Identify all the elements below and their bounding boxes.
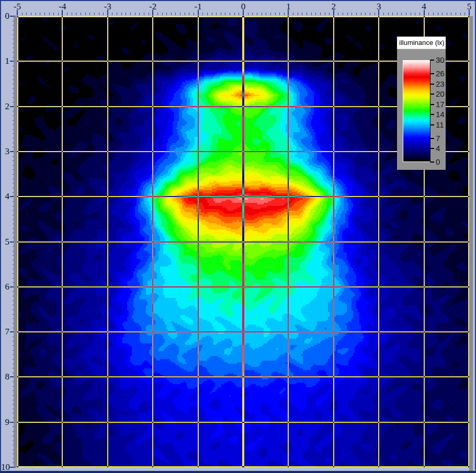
- legend-tick-label: 7: [436, 135, 440, 142]
- y-axis-tick-label: 1: [1, 57, 9, 65]
- x-axis-minor-tick: [401, 13, 402, 15]
- legend-tick-label: 4: [436, 145, 440, 152]
- legend-tick-label: 23: [436, 80, 445, 88]
- x-axis-minor-tick: [81, 13, 81, 15]
- x-axis-minor-tick: [36, 13, 36, 15]
- x-axis-minor-tick: [58, 13, 59, 15]
- x-axis-minor-tick: [234, 13, 235, 15]
- x-axis-minor-tick: [49, 13, 50, 15]
- x-axis-minor-tick: [456, 13, 456, 15]
- x-axis-minor-tick: [383, 13, 384, 15]
- legend-panel[interactable]: illuminance (lx) 30262320171411740: [397, 37, 446, 170]
- x-axis-minor-tick: [144, 13, 144, 15]
- x-axis-minor-tick: [239, 13, 239, 15]
- legend-tick-label: 20: [436, 90, 445, 98]
- x-axis-minor-tick: [428, 13, 429, 15]
- x-axis-minor-tick: [89, 13, 90, 15]
- x-axis-minor-tick: [464, 13, 465, 15]
- x-axis-tick-label: -5: [8, 2, 26, 11]
- legend-tick: [430, 73, 434, 74]
- right-edge-strip: [469, 16, 473, 473]
- x-axis-minor-tick: [225, 13, 225, 15]
- legend-tick-label: 0: [436, 158, 440, 166]
- x-axis-minor-tick: [438, 13, 438, 15]
- x-axis-minor-tick: [189, 13, 189, 15]
- y-axis-tick-label: 2: [1, 102, 9, 111]
- x-axis-minor-tick: [252, 13, 253, 15]
- x-axis-minor-tick: [329, 13, 330, 15]
- legend-tick: [430, 148, 434, 149]
- x-axis-minor-tick: [221, 13, 221, 15]
- x-axis-minor-tick: [126, 13, 126, 15]
- plot-area: illuminance (lx) 30262320171411740: [17, 16, 469, 467]
- legend-tick: [430, 104, 434, 105]
- legend-tick: [430, 60, 434, 61]
- x-axis-minor-tick: [40, 13, 40, 15]
- x-axis-minor-tick: [185, 13, 185, 15]
- x-axis-minor-tick: [212, 13, 212, 15]
- legend-colorbar-axis: [430, 60, 430, 163]
- legend-tick-label: 30: [436, 56, 445, 64]
- x-axis-minor-tick: [31, 13, 31, 15]
- x-axis-minor-tick: [99, 13, 99, 15]
- legend-tick: [430, 84, 434, 85]
- legend-tick-label: 11: [436, 121, 444, 129]
- x-axis-minor-tick: [320, 13, 321, 15]
- x-axis-minor-tick: [356, 13, 357, 15]
- legend-tick-label: 14: [436, 111, 445, 118]
- legend-title: illuminance (lx): [397, 37, 446, 49]
- x-axis-minor-tick: [307, 13, 307, 15]
- x-axis-minor-tick: [103, 13, 104, 15]
- x-axis-minor-tick: [121, 13, 122, 15]
- x-axis-minor-tick: [275, 13, 276, 15]
- x-axis-minor-tick: [202, 13, 203, 15]
- x-axis-minor-tick: [338, 13, 338, 15]
- x-axis-minor-tick: [130, 13, 131, 15]
- legend-tick: [430, 114, 434, 115]
- legend-body: 30262320171411740: [397, 49, 446, 170]
- x-axis-minor-tick: [284, 13, 285, 15]
- x-axis-minor-tick: [352, 13, 352, 15]
- x-axis-tick-label: -4: [53, 2, 71, 11]
- x-axis-minor-tick: [139, 13, 140, 15]
- x-axis-minor-tick: [325, 13, 325, 15]
- y-axis-tick-label: 9: [1, 418, 9, 426]
- x-axis-minor-tick: [361, 13, 361, 15]
- x-axis-minor-tick: [135, 13, 135, 15]
- x-axis-minor-tick: [451, 13, 451, 15]
- x-axis-tick-label: 5: [460, 2, 476, 11]
- x-axis-minor-tick: [230, 13, 230, 15]
- x-axis-minor-tick: [298, 13, 298, 15]
- x-axis-minor-tick: [460, 13, 461, 15]
- x-axis-minor-tick: [293, 13, 293, 15]
- legend-tick-label: 17: [436, 101, 445, 108]
- x-axis-minor-tick: [392, 13, 393, 15]
- x-axis-minor-tick: [72, 13, 72, 15]
- x-axis-minor-tick: [26, 13, 27, 15]
- legend-colorbar: [403, 60, 430, 162]
- x-axis-minor-tick: [149, 13, 149, 15]
- x-axis-minor-tick: [162, 13, 163, 15]
- left-edge-strip: [14, 16, 17, 467]
- x-axis-minor-tick: [406, 13, 406, 15]
- x-axis-minor-tick: [433, 13, 434, 15]
- x-axis-minor-tick: [166, 13, 167, 15]
- y-axis-tick-label: 0: [1, 12, 9, 20]
- x-axis-minor-tick: [347, 13, 348, 15]
- x-axis-minor-tick: [112, 13, 112, 15]
- x-axis-tick-label: -1: [189, 2, 207, 11]
- x-axis-minor-tick: [67, 13, 67, 15]
- x-axis-minor-tick: [315, 13, 316, 15]
- y-axis-tick-label: 8: [1, 373, 9, 381]
- x-axis-tick-label: -2: [144, 2, 162, 11]
- x-axis-minor-tick: [343, 13, 343, 15]
- y-axis-tick-label: 6: [1, 283, 9, 291]
- x-axis-minor-tick: [44, 13, 45, 15]
- x-axis-minor-tick: [266, 13, 266, 15]
- x-axis-tick-label: 0: [234, 2, 252, 11]
- x-axis-minor-tick: [257, 13, 257, 15]
- x-axis-minor-tick: [270, 13, 271, 15]
- x-axis-minor-tick: [397, 13, 398, 15]
- x-axis-minor-tick: [411, 13, 411, 15]
- falsecolor-illuminance-window: -5-4-3-2-1012345 012345678910 illuminanc…: [0, 0, 476, 473]
